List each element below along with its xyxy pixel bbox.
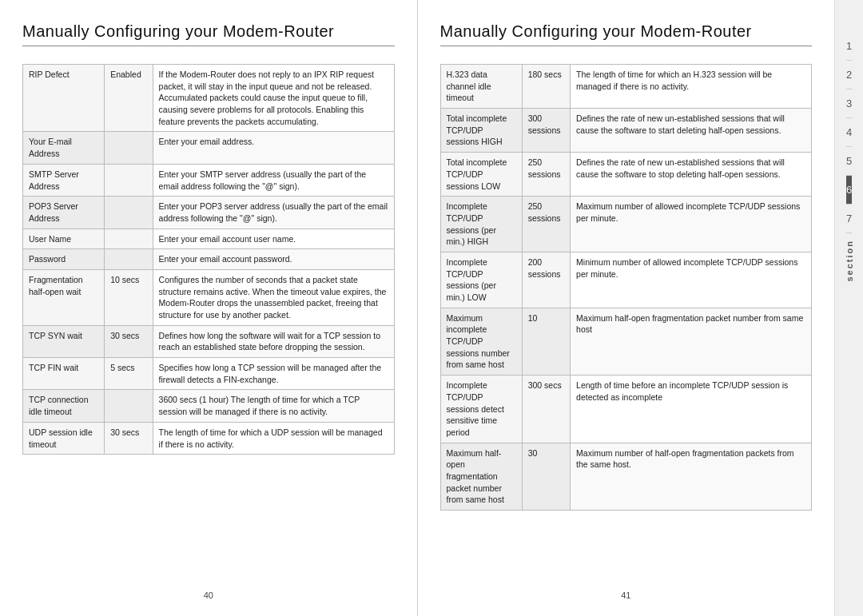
- table-row: TCP SYN wait 30 secs Defines how long th…: [23, 325, 395, 357]
- table-row: UDP session idle timeout 30 secs The len…: [23, 422, 395, 454]
- right-page: Manually Configuring your Modem-Router H…: [418, 0, 835, 616]
- row-name: Fragmentation half-open wait: [23, 269, 105, 325]
- row-value: 200 sessions: [522, 252, 570, 308]
- row-name: TCP connection idle timeout: [23, 390, 105, 422]
- table-row: Password Enter your email account passwo…: [23, 249, 395, 270]
- left-table-container: RIP Defect Enabled If the Modem-Router d…: [22, 64, 395, 582]
- row-value: 10 secs: [105, 269, 153, 325]
- row-value: [105, 164, 153, 196]
- row-value: 30 secs: [105, 422, 153, 454]
- table-row: Maximum incomplete TCP/UDP sessions numb…: [440, 308, 812, 375]
- row-name: TCP SYN wait: [23, 325, 105, 357]
- sidebar-num-6: 6: [846, 176, 852, 205]
- row-name: POP3 Server Address: [23, 197, 105, 229]
- row-name: Your E-mail Address: [23, 132, 105, 164]
- row-name: Total incomplete TCP/UDP sessions LOW: [440, 153, 522, 197]
- row-name: User Name: [23, 229, 105, 249]
- row-name: UDP session idle timeout: [23, 422, 105, 454]
- row-value: [105, 229, 153, 249]
- row-name: H.323 data channel idle timeout: [440, 65, 522, 109]
- table-row: Total incomplete TCP/UDP sessions LOW 25…: [440, 153, 812, 197]
- row-name: Total incomplete TCP/UDP sessions HIGH: [440, 109, 522, 153]
- sidebar-num-3: 3: [846, 89, 852, 118]
- table-row: Incomplete TCP/UDP sessions detect sensi…: [440, 376, 812, 443]
- table-row: H.323 data channel idle timeout 180 secs…: [440, 65, 812, 109]
- row-value: 300 sessions: [522, 109, 570, 153]
- row-desc: Length of time before an incomplete TCP/…: [571, 376, 812, 443]
- right-sidebar: 1234567 section: [834, 0, 863, 616]
- table-row: Total incomplete TCP/UDP sessions HIGH 3…: [440, 109, 812, 153]
- sidebar-section-label: section: [845, 240, 854, 282]
- table-row: User Name Enter your email account user …: [23, 229, 395, 249]
- table-row: Your E-mail Address Enter your email add…: [23, 132, 395, 164]
- row-desc: Defines the rate of new un-established s…: [571, 153, 812, 197]
- row-desc: Enter your POP3 server address (usually …: [153, 197, 394, 229]
- row-value: Enabled: [105, 65, 153, 132]
- row-value: [105, 390, 153, 422]
- row-desc: Specifies how long a TCP session will be…: [153, 358, 394, 390]
- row-desc: Maximum half-open fragmentation packet n…: [571, 308, 812, 375]
- sidebar-num-7: 7: [846, 205, 852, 233]
- right-page-number: 41: [440, 590, 813, 600]
- row-value: 250 sessions: [522, 153, 570, 197]
- row-value: 250 sessions: [522, 197, 570, 252]
- row-name: RIP Defect: [23, 65, 105, 132]
- left-page-title: Manually Configuring your Modem-Router: [22, 22, 395, 46]
- row-desc: 3600 secs (1 hour) The length of time fo…: [153, 390, 394, 422]
- right-page-title: Manually Configuring your Modem-Router: [440, 22, 813, 46]
- row-name: Maximum incomplete TCP/UDP sessions numb…: [440, 308, 522, 375]
- row-value: 5 secs: [105, 358, 153, 390]
- row-value: 10: [522, 308, 570, 375]
- row-desc: Maximum number of allowed incomplete TCP…: [571, 197, 812, 252]
- sidebar-num-5: 5: [846, 147, 852, 176]
- left-page: Manually Configuring your Modem-Router R…: [0, 0, 417, 616]
- row-name: SMTP Server Address: [23, 164, 105, 196]
- row-value: 30: [522, 443, 570, 510]
- row-name: TCP FIN wait: [23, 358, 105, 390]
- sidebar-num-1: 1: [846, 32, 852, 61]
- row-desc: If the Modem-Router does not reply to an…: [153, 65, 394, 132]
- row-value: [105, 197, 153, 229]
- row-value: 180 secs: [522, 65, 570, 109]
- table-row: RIP Defect Enabled If the Modem-Router d…: [23, 65, 395, 132]
- row-desc: Enter your SMTP server address (usually …: [153, 164, 394, 196]
- row-desc: The length of time for which an H.323 se…: [571, 65, 812, 109]
- left-page-number: 40: [22, 590, 395, 600]
- row-desc: Enter your email account password.: [153, 249, 394, 270]
- table-row: TCP connection idle timeout 3600 secs (1…: [23, 390, 395, 422]
- sidebar-num-2: 2: [846, 61, 852, 89]
- table-row: Incomplete TCP/UDP sessions (per min.) L…: [440, 252, 812, 308]
- row-desc: Maximum number of half-open fragmentatio…: [571, 443, 812, 510]
- row-value: 30 secs: [105, 325, 153, 357]
- right-table: H.323 data channel idle timeout 180 secs…: [440, 64, 813, 511]
- right-table-container: H.323 data channel idle timeout 180 secs…: [440, 64, 813, 582]
- row-value: 300 secs: [522, 376, 570, 443]
- row-desc: Minimum number of allowed incomplete TCP…: [571, 252, 812, 308]
- table-row: Fragmentation half-open wait 10 secs Con…: [23, 269, 395, 325]
- sidebar-num-4: 4: [846, 118, 852, 147]
- table-row: SMTP Server Address Enter your SMTP serv…: [23, 164, 395, 196]
- row-desc: Defines how long the software will wait …: [153, 325, 394, 357]
- table-row: TCP FIN wait 5 secs Specifies how long a…: [23, 358, 395, 390]
- row-desc: Enter your email account user name.: [153, 229, 394, 249]
- row-value: [105, 249, 153, 270]
- row-value: [105, 132, 153, 164]
- row-desc: The length of time for which a UDP sessi…: [153, 422, 394, 454]
- row-name: Maximum half-open fragmentation packet n…: [440, 443, 522, 510]
- row-desc: Configures the number of seconds that a …: [153, 269, 394, 325]
- row-name: Incomplete TCP/UDP sessions (per min.) H…: [440, 197, 522, 252]
- row-name: Incomplete TCP/UDP sessions (per min.) L…: [440, 252, 522, 308]
- row-name: Incomplete TCP/UDP sessions detect sensi…: [440, 376, 522, 443]
- row-name: Password: [23, 249, 105, 270]
- row-desc: Defines the rate of new un-established s…: [571, 109, 812, 153]
- table-row: POP3 Server Address Enter your POP3 serv…: [23, 197, 395, 229]
- row-desc: Enter your email address.: [153, 132, 394, 164]
- table-row: Maximum half-open fragmentation packet n…: [440, 443, 812, 510]
- left-table: RIP Defect Enabled If the Modem-Router d…: [22, 64, 395, 455]
- table-row: Incomplete TCP/UDP sessions (per min.) H…: [440, 197, 812, 252]
